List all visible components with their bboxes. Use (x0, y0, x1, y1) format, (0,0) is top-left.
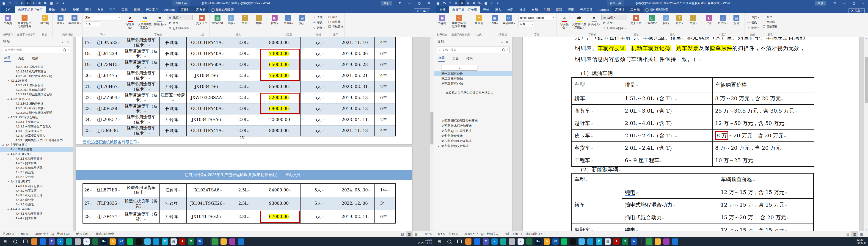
search-dropdown-chevron[interactable]: ▾ (507, 49, 508, 51)
nav-heading-item[interactable]: ◢第三章 评标办法 (434, 81, 512, 86)
nav-heading-item[interactable]: 第八章 合同条款及格式 (434, 139, 512, 144)
nav-tab-pages[interactable]: 页面 (18, 56, 25, 62)
word-icon[interactable]: W (631, 239, 637, 245)
page-indicator[interactable]: 第 252 页，共 583 页 (3, 232, 29, 236)
start-button[interactable]: ⊞ (434, 237, 444, 246)
font-size-combobox[interactable]: 五号▾ (84, 22, 100, 27)
ribbon-table-button[interactable]: ▦表格 ▾ (54, 14, 67, 25)
nav-heading-item[interactable]: 5.投标人失信行为分级分类与记分... (434, 90, 512, 95)
taskbar-search-button[interactable] (444, 237, 454, 246)
nav-tab-headings[interactable]: 标题 (4, 56, 11, 62)
qat-align-right[interactable]: ≡ (465, 0, 471, 6)
acrobat-icon[interactable]: A (179, 239, 185, 245)
nav-heading-item[interactable]: 第七章 报价要求 (434, 133, 512, 139)
quark-icon[interactable]: C (162, 239, 168, 245)
ribbon-tab-review[interactable]: 审阅 (119, 6, 131, 13)
ribbon-borders-button[interactable]: ▦边框▾ (601, 15, 627, 20)
nav-heading-item[interactable]: 4.4.2.5 交强险 (0, 175, 73, 179)
qat-qat-more[interactable]: ▾ (495, 0, 501, 6)
notepad-icon[interactable]: ≡ (518, 239, 524, 245)
ribbon-font-color-button[interactable]: A字体颜色 ▾ (124, 14, 137, 30)
ribbon-tab-insert[interactable]: 插入 (58, 6, 70, 13)
app-blue-tile-icon[interactable] (238, 239, 244, 245)
qat-format-painter[interactable]: ✒ (55, 0, 60, 6)
winrar-icon[interactable] (229, 239, 236, 245)
print-layout-button[interactable]: ▥ (406, 231, 413, 237)
ribbon-tab-design[interactable]: 设计 (82, 6, 94, 13)
qq-penguin-icon[interactable] (570, 239, 576, 245)
ribbon-shading-button[interactable]: ◩底纹▾ (167, 21, 192, 25)
notepad-icon[interactable]: ≡ (84, 239, 90, 245)
page-indicator[interactable]: 第 6 页，共 59 页 (437, 232, 458, 236)
qat-format-painter[interactable]: ✒ (489, 0, 495, 6)
expand-triangle-icon[interactable]: ◢ (438, 81, 441, 86)
proofing-icon[interactable]: ▤ (481, 233, 484, 236)
excel-icon[interactable]: X (622, 239, 628, 245)
nav-heading-item[interactable]: 4.4.3.3 机动车登记薄 (0, 193, 73, 197)
nav-heading-item[interactable]: ◢4.4.3 辽LF1375 (0, 179, 73, 184)
nav-heading-item[interactable]: 4.3.2.30.1 居民身份证 (0, 101, 73, 106)
ribbon-tab-draw[interactable]: 绘图 (70, 6, 82, 13)
search-icon[interactable] (502, 49, 505, 51)
scroll-down-arrow[interactable]: ▼ (864, 228, 868, 231)
app-orange-icon[interactable] (465, 239, 471, 245)
ribbon-tab-developer[interactable]: 开发工具 (143, 6, 161, 13)
ribbon-page-header-button[interactable]: ⊤页眉 ▾ (673, 14, 686, 25)
track-changes-indicator[interactable]: 修订: 关闭 (75, 232, 88, 236)
nav-tab-headings[interactable]: 标题 (438, 56, 445, 62)
restore-button[interactable]: ▢ (849, 0, 859, 6)
expand-triangle-icon[interactable]: ◢ (438, 144, 441, 149)
ribbon-xsy-internal-button[interactable]: ⌂鑫晟宇标书汇内部专用 (17, 14, 32, 28)
nav-heading-item[interactable]: 4.3.3.5 关键岗位人员HSE培训承诺书 (0, 138, 73, 143)
app-blue-tile-icon[interactable] (672, 239, 678, 245)
ribbon-compare-button[interactable]: ◧比较 ▾ (702, 14, 716, 25)
app-swirl-icon[interactable] (66, 239, 72, 245)
qat-qat-more[interactable]: ▾ (61, 0, 66, 6)
nav-heading-item[interactable]: 4.3.2.29.1 居民身份证 (0, 83, 73, 88)
word-count[interactable]: 28492 个字 (464, 232, 478, 236)
scroll-up-arrow[interactable]: ▲ (864, 37, 868, 40)
read-mode-button[interactable]: ▤ (844, 231, 851, 237)
nav-heading-item[interactable]: 4.3.2.28.2 机动车驾驶证 (0, 69, 73, 74)
ribbon-gridlines-checkbox[interactable]: ☐网格线 (763, 20, 778, 24)
ribbon-replace-button[interactable]: ab替换 (746, 21, 760, 25)
ribbon-shapes-button[interactable]: ◇形状 ▾ (659, 14, 672, 25)
word-count[interactable]: 98794 个字 (35, 232, 49, 236)
ribbon-multilevel-list-button[interactable]: ≣多级列表 ▾ (587, 14, 601, 26)
language-indicator[interactable]: 英语(美国) (57, 232, 69, 236)
accessibility-status[interactable]: 辅助功能: 不可用 (526, 232, 547, 236)
nav-heading-item[interactable]: 4.3.3.4 施工项目负责人 (0, 133, 73, 138)
nav-heading-item[interactable]: ◢4.3.3 HSE培训合格证 (0, 115, 73, 120)
app-ns-icon[interactable]: NS (118, 239, 124, 245)
app-gray-icon[interactable] (75, 239, 81, 245)
nav-heading-item[interactable]: 第六章 QHSE管理要求 (434, 128, 512, 133)
scrollbar-thumb[interactable] (865, 57, 868, 103)
qat-line-spacing[interactable]: ⇅▾ (43, 0, 49, 6)
ribbon-font-color-button[interactable]: A字体颜色 ▾ (558, 14, 571, 30)
nav-heading-item[interactable]: ◢第九章 投标文件格式 (434, 144, 512, 149)
edge-icon[interactable]: e (57, 239, 63, 245)
ribbon-save-as-button[interactable]: ▣另存为 (1, 14, 14, 25)
ribbon-text-highlight-color-button[interactable]: ab文本突出显示颜色 ▾ (571, 14, 587, 30)
photoshop-icon[interactable]: Ps (101, 239, 107, 245)
ribbon-format-painter-button[interactable]: ✒格式刷 (472, 14, 486, 25)
close-button[interactable]: ✕ (859, 0, 868, 6)
ribbon-tab-layout[interactable]: 布局 (94, 6, 106, 13)
winrar-icon[interactable] (663, 239, 670, 245)
ribbon-smartart-button[interactable]: ◫SmartArt (211, 14, 224, 25)
ribbon-tab-design[interactable]: 设计 (517, 6, 529, 13)
nav-heading-item[interactable]: 4.3.2.29.3 职业健康体检证明 (0, 92, 73, 97)
folder-icon[interactable] (655, 239, 661, 245)
nav-pane-menu-chevron[interactable]: ⌄ (499, 40, 504, 44)
nav-tab-results[interactable]: 结果 (32, 56, 39, 62)
nav-heading-item[interactable]: 4.3.3.2 分管安全生产负责人 (0, 124, 73, 129)
nav-heading-item[interactable]: 4.4.3.1 机动车行驶证 (0, 184, 73, 188)
qat-align-left[interactable]: ≡ (453, 0, 459, 6)
qat-align-left[interactable]: ≡ (19, 0, 25, 6)
acrobat-icon[interactable]: A (613, 239, 620, 245)
nav-tab-results[interactable]: 结果 (466, 56, 473, 62)
search-input[interactable] (4, 48, 63, 52)
ribbon-shapes-button[interactable]: ◇形状 ▾ (225, 14, 238, 25)
nav-heading-item[interactable]: 4.4.4.2 购置发票 (0, 216, 73, 220)
nav-heading-item[interactable]: ◢4.4.4 辽L426B2 (0, 207, 73, 211)
